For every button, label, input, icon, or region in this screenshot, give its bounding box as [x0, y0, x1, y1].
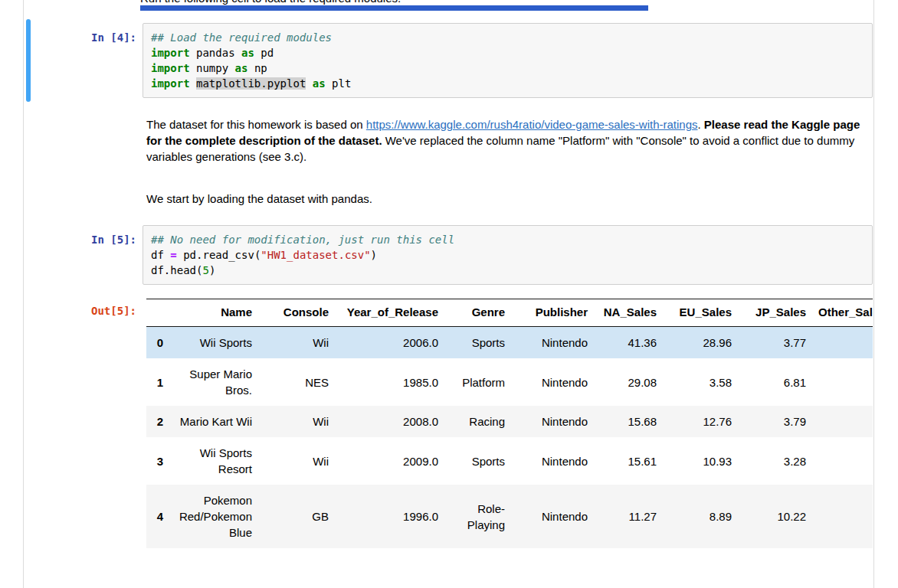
- code-editor-5[interactable]: ## No need for modification, just run th…: [143, 225, 873, 285]
- table-row: 2Mario Kart WiiWii2008.0RacingNintendo15…: [146, 406, 873, 437]
- table-row: 4Pokemon Red/Pokemon BlueGB1996.0Role-Pl…: [146, 485, 873, 548]
- table-cell: 3.77: [738, 327, 812, 359]
- code-token-plain: ): [371, 249, 377, 261]
- markdown-cell-loading-note[interactable]: We start by loading the dataset with pan…: [24, 185, 873, 212]
- row-index: 2: [146, 406, 169, 437]
- table-cell: 29.08: [594, 358, 663, 406]
- table-header-row: NameConsoleYear_of_ReleaseGenrePublisher…: [146, 299, 873, 327]
- kaggle-dataset-link[interactable]: https://www.kaggle.com/rush4ratio/video-…: [366, 118, 698, 131]
- loading-paragraph: We start by loading the dataset with pan…: [146, 191, 873, 207]
- input-prompt-4: In [4]:: [24, 23, 143, 98]
- row-index: 3: [146, 437, 169, 485]
- table-cell: Wii: [258, 327, 335, 359]
- code-token-kw: as: [241, 47, 254, 59]
- column-header: Other_Sales: [812, 299, 873, 327]
- table-cell: 8.89: [663, 485, 738, 548]
- code-content-4: ## Load the required modulesimport panda…: [151, 30, 864, 91]
- blue-divider-bar: [140, 5, 648, 11]
- dataset-text-after-link: .: [698, 118, 704, 131]
- input-prompt-5: In [5]:: [24, 225, 143, 285]
- table-cell: 15.61: [594, 437, 663, 485]
- code-token-comment: ## No need for modification, just run th…: [151, 234, 454, 246]
- table-cell: Racing: [444, 406, 511, 437]
- code-token-plain: numpy: [190, 62, 235, 74]
- table-cell: Wii Sports: [169, 327, 258, 359]
- code-token-kw: import: [151, 62, 190, 74]
- code-token-plain: [190, 77, 196, 90]
- code-token-plain: np: [247, 62, 267, 74]
- table-cell: 10.93: [663, 437, 738, 485]
- prompt-spacer: [24, 189, 143, 208]
- code-token-plain: df: [151, 249, 170, 261]
- code-token-plain: [306, 77, 312, 90]
- code-token-op: =: [170, 249, 176, 261]
- table-cell: Role-Playing: [444, 485, 511, 548]
- table-cell: 11.27: [594, 485, 663, 548]
- table-cell: Wii: [258, 437, 335, 485]
- row-index: 4: [146, 485, 169, 548]
- code-cell-5[interactable]: In [5]: ## No need for modification, jus…: [24, 221, 873, 289]
- table-cell: 3.58: [663, 358, 738, 406]
- markdown-text-dataset: The dataset for this homework is based o…: [143, 115, 873, 166]
- code-token-plain: pandas: [190, 47, 241, 59]
- code-line: import numpy as np: [151, 60, 864, 76]
- table-cell: 28.96: [663, 327, 738, 359]
- markdown-cell-dataset-description[interactable]: The dataset for this homework is based o…: [24, 111, 873, 170]
- table-cell: 2009.0: [335, 437, 444, 485]
- table-cell: [812, 406, 873, 437]
- markdown-text-loading: We start by loading the dataset with pan…: [143, 189, 873, 208]
- code-line: df = pd.read_csv("HW1_dataset.csv"): [151, 247, 864, 263]
- code-token-plain: df.head(: [151, 264, 202, 276]
- code-line: df.head(5): [151, 263, 864, 278]
- table-cell: 2006.0: [335, 327, 444, 359]
- code-token-str: "HW1_dataset.csv": [261, 249, 370, 261]
- table-cell: 10.22: [738, 485, 812, 548]
- dataframe-output: NameConsoleYear_of_ReleaseGenrePublisher…: [143, 299, 873, 548]
- table-cell: Super Mario Bros.: [169, 358, 258, 406]
- row-index: 0: [146, 327, 169, 359]
- code-token-plain: plt: [326, 77, 352, 90]
- table-cell: 3.28: [738, 437, 812, 485]
- table-cell: Sports: [444, 437, 511, 485]
- code-line: import matplotlib.pyplot as plt: [151, 76, 864, 91]
- column-header: Publisher: [511, 299, 594, 327]
- table-row: 3Wii Sports ResortWii2009.0SportsNintend…: [146, 437, 873, 485]
- code-token-kw: as: [313, 77, 326, 90]
- table-cell: Wii Sports Resort: [169, 437, 258, 485]
- code-token-hl: matplotlib.pyplot: [196, 77, 306, 90]
- index-column-header: [146, 299, 169, 327]
- prompt-spacer: [24, 115, 143, 166]
- clipped-markdown-text: Run the following cell to load the requi…: [140, 0, 401, 4]
- table-cell: Nintendo: [511, 327, 594, 359]
- table-cell: Wii: [258, 406, 335, 437]
- code-token-comment: ## Load the required modules: [151, 31, 332, 44]
- table-cell: Sports: [444, 327, 511, 359]
- dataset-paragraph: The dataset for this homework is based o…: [146, 116, 873, 165]
- table-cell: [812, 358, 873, 406]
- column-header: EU_Sales: [663, 299, 738, 327]
- code-content-5: ## No need for modification, just run th…: [151, 232, 864, 278]
- dataset-text-before-link: The dataset for this homework is based o…: [146, 118, 366, 131]
- table-cell: 3.79: [738, 406, 812, 437]
- code-editor-4[interactable]: ## Load the required modulesimport panda…: [143, 23, 873, 98]
- code-line: import pandas as pd: [151, 45, 864, 60]
- column-header: JP_Sales: [738, 299, 812, 327]
- dataframe-table: NameConsoleYear_of_ReleaseGenrePublisher…: [146, 299, 873, 548]
- code-cell-4[interactable]: In [4]: ## Load the required modulesimpo…: [24, 19, 873, 102]
- table-cell: [812, 437, 873, 485]
- table-cell: Nintendo: [511, 437, 594, 485]
- column-header: Genre: [444, 299, 511, 327]
- table-cell: 1985.0: [335, 358, 444, 406]
- table-cell: Pokemon Red/Pokemon Blue: [169, 485, 258, 548]
- table-cell: 41.36: [594, 327, 663, 359]
- output-cell-5: Out[5]: NameConsoleYear_of_ReleaseGenreP…: [24, 295, 873, 552]
- table-cell: Nintendo: [511, 406, 594, 437]
- table-cell: Nintendo: [511, 358, 594, 406]
- table-cell: [812, 485, 873, 548]
- table-row: 1Super Mario Bros.NES1985.0PlatformNinte…: [146, 358, 873, 406]
- table-row: 0Wii SportsWii2006.0SportsNintendo41.362…: [146, 327, 873, 359]
- table-cell: 6.81: [738, 358, 812, 406]
- code-token-plain: pd.read_csv(: [177, 249, 261, 261]
- column-header: Year_of_Release: [335, 299, 444, 327]
- column-header: Name: [169, 299, 258, 327]
